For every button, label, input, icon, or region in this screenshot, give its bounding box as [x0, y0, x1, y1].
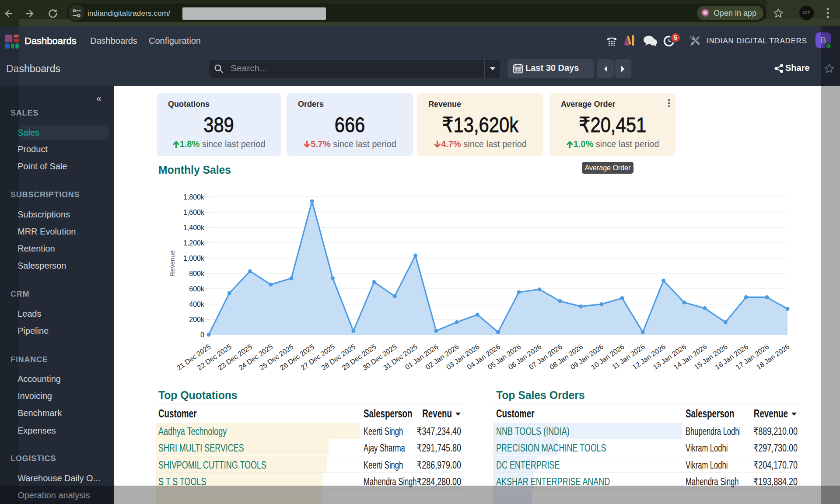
svg-text:800k: 800k	[189, 270, 205, 277]
svg-text:200k: 200k	[189, 316, 205, 323]
svg-text:1,600k: 1,600k	[183, 209, 205, 216]
svg-text:1,200k: 1,200k	[183, 239, 205, 247]
svg-text:Revenue: Revenue	[168, 250, 176, 276]
svg-text:1,400k: 1,400k	[183, 224, 205, 231]
svg-text:400k: 400k	[189, 301, 205, 308]
svg-text:600k: 600k	[189, 285, 205, 293]
svg-text:0: 0	[200, 331, 204, 339]
svg-text:21 Dec 2025: 21 Dec 2025	[175, 343, 212, 371]
svg-text:1,000k: 1,000k	[183, 255, 205, 262]
svg-text:1,800k: 1,800k	[183, 193, 205, 201]
